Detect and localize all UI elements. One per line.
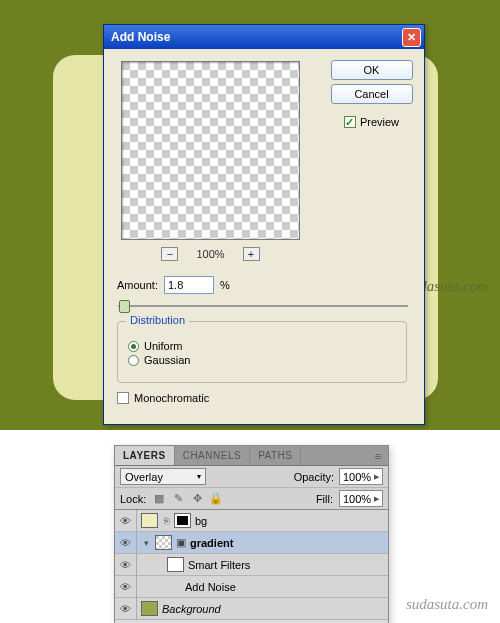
preview-checkbox-label: Preview [360,116,399,128]
eye-icon: 👁 [120,515,131,527]
lock-icons: ▩ ✎ ✥ 🔒 [152,492,223,506]
lock-position-icon[interactable]: ✥ [190,492,204,506]
layer-row-addnoise[interactable]: 👁 Add Noise [115,576,388,598]
opacity-value: 100% [343,471,371,483]
layer-name[interactable]: bg [195,515,207,527]
link-icon: ⎘ [162,516,170,526]
tab-paths[interactable]: PATHS [250,446,301,465]
opacity-label: Opacity: [294,471,334,483]
lock-all-icon[interactable]: 🔒 [209,492,223,506]
layer-row-background[interactable]: 👁 Background [115,598,388,620]
preview-area[interactable] [121,61,300,240]
amount-input[interactable] [164,276,214,294]
eye-icon: 👁 [120,603,131,615]
radio-gaussian[interactable]: Gaussian [128,354,396,366]
smart-object-icon: ▣ [176,536,186,549]
filter-mask-thumb[interactable] [167,557,184,572]
amount-slider[interactable] [118,299,408,313]
visibility-toggle[interactable]: 👁 [115,598,137,620]
lock-paint-icon[interactable]: ✎ [171,492,185,506]
opacity-arrow-icon: ▶ [374,473,379,481]
filter-group-label: Smart Filters [188,559,250,571]
filter-name[interactable]: Add Noise [185,581,236,593]
panel-menu-button[interactable]: ≡ [368,446,388,465]
distribution-legend: Distribution [126,314,189,326]
minus-icon: − [167,249,173,260]
radio-gaussian-dot[interactable] [128,355,139,366]
zoom-in-button[interactable]: + [243,247,260,261]
dialog-title: Add Noise [111,30,402,44]
eye-icon: 👁 [120,559,131,571]
amount-unit: % [220,279,230,291]
monochromatic-row[interactable]: Monochromatic [117,392,209,404]
layer-thumb[interactable] [155,535,172,550]
eye-icon: 👁 [120,537,131,549]
menu-icon: ≡ [375,450,381,462]
ok-label: OK [364,64,380,76]
plus-icon: + [248,249,254,260]
dialog-titlebar[interactable]: Add Noise ✕ [104,25,424,49]
close-icon: ✕ [407,31,416,44]
monochromatic-checkbox[interactable] [117,392,129,404]
preview-checkbox-row[interactable]: ✓ Preview [344,116,399,128]
zoom-controls: − 100% + [121,247,300,261]
layer-thumb[interactable] [141,513,158,528]
lock-fill-row: Lock: ▩ ✎ ✥ 🔒 Fill: 100% ▶ [115,488,388,510]
layers-panel: LAYERS CHANNELS PATHS ≡ Overlay ▾ Opacit… [114,445,389,623]
amount-label: Amount: [117,279,158,291]
cancel-label: Cancel [354,88,388,100]
lock-transparency-icon[interactable]: ▩ [152,492,166,506]
layer-mask-thumb[interactable] [174,513,191,528]
zoom-level: 100% [196,248,224,260]
amount-row: Amount: % [117,276,230,294]
visibility-toggle[interactable]: 👁 [115,510,137,532]
visibility-toggle[interactable]: 👁 [115,532,137,554]
layer-row-smartfilters[interactable]: 👁 Smart Filters [115,554,388,576]
close-button[interactable]: ✕ [402,28,421,47]
tab-channels[interactable]: CHANNELS [175,446,250,465]
fill-arrow-icon: ▶ [374,495,379,503]
panel-tabs: LAYERS CHANNELS PATHS ≡ [115,446,388,466]
opacity-input[interactable]: 100% ▶ [339,468,383,485]
blend-opacity-row: Overlay ▾ Opacity: 100% ▶ [115,466,388,488]
layer-thumb[interactable] [141,601,158,616]
slider-thumb[interactable] [119,300,130,313]
layer-row-gradient[interactable]: 👁 ▾ ▣ gradient [115,532,388,554]
radio-uniform-label: Uniform [144,340,183,352]
fill-input[interactable]: 100% ▶ [339,490,383,507]
credit-bottom: sudasuta.com [406,596,488,613]
layer-row-bg[interactable]: 👁 ⎘ bg [115,510,388,532]
fill-label: Fill: [316,493,333,505]
zoom-out-button[interactable]: − [161,247,178,261]
blend-mode-select[interactable]: Overlay ▾ [120,468,206,485]
visibility-toggle[interactable]: 👁 [115,554,137,576]
eye-icon: 👁 [120,581,131,593]
visibility-toggle[interactable]: 👁 [115,576,137,598]
disclosure-triangle-icon[interactable]: ▾ [141,538,151,548]
check-icon: ✓ [345,116,354,129]
ok-button[interactable]: OK [331,60,413,80]
dialog-body: − 100% + OK Cancel ✓ Preview Amount: % D… [104,49,424,424]
layer-name[interactable]: gradient [190,537,233,549]
slider-track [118,305,408,307]
blend-mode-value: Overlay [125,471,163,483]
distribution-group: Distribution Uniform Gaussian [117,321,407,383]
tab-layers[interactable]: LAYERS [115,446,175,465]
cancel-button[interactable]: Cancel [331,84,413,104]
add-noise-dialog: Add Noise ✕ − 100% + OK Cancel ✓ Preview… [103,24,425,425]
layer-name[interactable]: Background [162,603,221,615]
lock-label: Lock: [120,493,146,505]
chevron-down-icon: ▾ [197,472,201,481]
layer-list: 👁 ⎘ bg 👁 ▾ ▣ gradient 👁 Smart Filters [115,510,388,623]
preview-checkbox[interactable]: ✓ [344,116,356,128]
radio-gaussian-label: Gaussian [144,354,190,366]
dialog-buttons: OK Cancel ✓ Preview [330,60,413,128]
radio-uniform-dot[interactable] [128,341,139,352]
monochromatic-label: Monochromatic [134,392,209,404]
fill-value: 100% [343,493,371,505]
radio-uniform[interactable]: Uniform [128,340,396,352]
